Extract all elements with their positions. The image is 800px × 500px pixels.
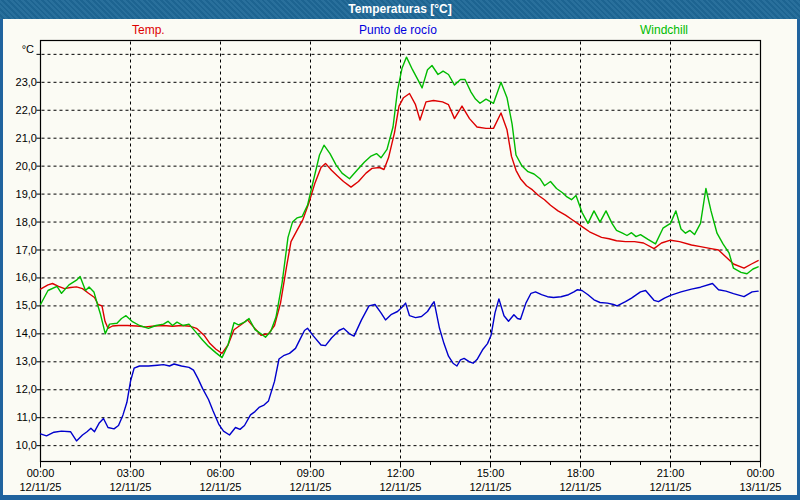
x-axis-tick-label: 15:0012/11/25 (456, 466, 526, 494)
y-axis-tick-label: 11,0 (0, 411, 37, 424)
app-window: Temperaturas [°C] Temp. Punto de rocío W… (0, 0, 800, 500)
series-line-windchill (41, 57, 759, 358)
y-axis-tick-label: 15,0 (0, 299, 37, 312)
x-axis-tick-date: 12/11/25 (456, 480, 526, 494)
x-axis-tick-label: 03:0012/11/25 (96, 466, 166, 494)
y-axis-tick-label: 12,0 (0, 383, 37, 396)
x-axis-tick-date: 13/11/25 (726, 480, 796, 494)
series-line-temp (41, 94, 759, 354)
x-axis-tick-date: 12/11/25 (96, 480, 166, 494)
y-axis-tick-label: 14,0 (0, 327, 37, 340)
y-axis-tick-label: 17,0 (0, 244, 37, 257)
x-axis-tick-date: 12/11/25 (186, 480, 256, 494)
temperature-chart (0, 0, 800, 500)
x-axis-tick-date: 12/11/25 (366, 480, 436, 494)
y-axis-tick-label: 13,0 (0, 355, 37, 368)
x-axis-tick-time: 09:00 (276, 466, 346, 480)
x-axis-tick-date: 12/11/25 (636, 480, 706, 494)
x-axis-tick-label: 06:0012/11/25 (186, 466, 256, 494)
x-axis-tick-time: 21:00 (636, 466, 706, 480)
x-axis-tick-time: 03:00 (96, 466, 166, 480)
x-axis-tick-time: 15:00 (456, 466, 526, 480)
x-axis-tick-label: 21:0012/11/25 (636, 466, 706, 494)
x-axis-tick-label: 18:0012/11/25 (546, 466, 616, 494)
x-axis-tick-date: 12/11/25 (6, 480, 76, 494)
window-border-left (0, 19, 3, 500)
y-axis-tick-label: 20,0 (0, 160, 37, 173)
x-axis-tick-date: 12/11/25 (546, 480, 616, 494)
y-axis-tick-label: 16,0 (0, 271, 37, 284)
x-axis-tick-time: 18:00 (546, 466, 616, 480)
window-border-bottom (0, 495, 800, 500)
x-axis-tick-time: 00:00 (6, 466, 76, 480)
x-axis-tick-time: 06:00 (186, 466, 256, 480)
x-axis-tick-label: 00:0012/11/25 (6, 466, 76, 494)
x-axis-tick-label: 09:0012/11/25 (276, 466, 346, 494)
x-axis-tick-time: 00:00 (726, 466, 796, 480)
y-axis-tick-label: 10,0 (0, 439, 37, 452)
x-axis-tick-label: 12:0012/11/25 (366, 466, 436, 494)
x-axis-tick-label: 00:0013/11/25 (726, 466, 796, 494)
y-axis-tick-label: 23,0 (0, 76, 37, 89)
y-axis-tick-label: 18,0 (0, 216, 37, 229)
y-axis-tick-label: 21,0 (0, 132, 37, 145)
y-axis-tick-label: 19,0 (0, 188, 37, 201)
x-axis-tick-date: 12/11/25 (276, 480, 346, 494)
x-axis-tick-time: 12:00 (366, 466, 436, 480)
y-axis-tick-label: 22,0 (0, 104, 37, 117)
